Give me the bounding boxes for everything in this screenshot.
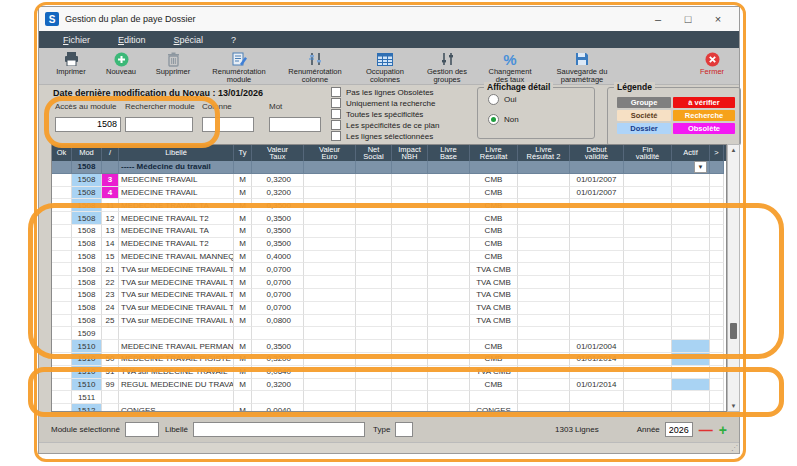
column-header-slash[interactable]: / [102,145,119,161]
radio-dot-icon[interactable] [488,114,499,125]
table-group-row[interactable]: 1508----- Médecine du travail▼ [52,161,726,174]
toolbar-button-label: Fermer [700,68,724,76]
column-header-ty[interactable]: Ty [234,145,252,161]
table-row[interactable]: 150822TVA sur MEDECINE TRAVAIL T2M0,0700… [52,276,726,289]
search-input-rechercher-module[interactable] [125,117,193,132]
toolbar-button-renumber-module[interactable]: Renumérotation module [201,50,277,84]
cell-lres2 [518,238,570,251]
cell-more [710,340,724,353]
column-header-nbh[interactable]: Impact NBH [392,145,428,161]
column-header-debut[interactable]: Début validité [570,145,624,161]
table-row[interactable]: 151051TVA sur MEDECINE TRAVAILM0,0640TVA… [52,366,726,379]
actif-dropdown-icon[interactable]: ▼ [694,161,707,173]
cell-net [356,187,392,200]
scroll-up-icon[interactable]: ▲ [728,145,739,155]
scroll-down-icon[interactable]: ▼ [728,401,739,411]
table-row[interactable]: 151099REGUL MEDECINE DU TRAVAILM0,3200CM… [52,379,726,392]
type-input[interactable] [395,422,413,437]
table-row[interactable]: 150825TVA sur MEDECINE TRAVAIL M.M0,0800… [52,315,726,328]
table-row[interactable]: 150821TVA sur MEDECINE TRAVAIL TAM0,0700… [52,263,726,276]
table-row[interactable]: 1511 [52,391,726,404]
year-increment-button[interactable]: + [719,423,727,437]
last-modified-date: Date dernière modification du Noyau : 13… [53,88,263,98]
column-header-fin[interactable]: Fin validité [624,145,672,161]
table-row[interactable]: 1512CONGESM0,0040CONGES [52,404,726,411]
table-row[interactable]: 150811MEDECINE TRAVAIL TAM0,3500CMB [52,199,726,212]
filter-checkbox-row[interactable]: Pas les lignes Obsolètes [331,87,434,97]
cell-mod: 1508 [72,315,102,328]
column-header-euro[interactable]: Valeur Euro [304,145,356,161]
column-header-lbase[interactable]: Livre Base [428,145,470,161]
filter-checkbox-row[interactable]: Les spécificités de ce plan [331,120,439,130]
table-row[interactable]: 150815MEDECINE TRAVAIL MANNEQUIM0,4000CM… [52,251,726,264]
table-row[interactable]: 150814MEDECINE TRAVAIL T2M0,3500CMB [52,238,726,251]
column-header-lres[interactable]: Livre Résultat [470,145,518,161]
radio-dot-icon[interactable] [488,94,499,105]
column-header-libelle[interactable]: Libellé [119,145,234,161]
toolbar-button-percent[interactable]: %Changement des taux [477,50,543,84]
checkbox-icon[interactable] [331,87,341,97]
cell-lbase [428,353,470,366]
column-header-net[interactable]: Net Social [356,145,392,161]
checkbox-icon[interactable] [331,98,341,108]
column-header-ok[interactable]: Ok [52,145,72,161]
column-header-more[interactable]: > [710,145,724,161]
checkbox-icon[interactable] [331,131,341,141]
search-field-label: Accès au module [55,102,121,111]
vertical-scrollbar[interactable]: ▲ ▼ [727,144,740,412]
checkbox-icon[interactable] [331,109,341,119]
table-row[interactable]: 150824TVA sur MEDECINE TRAVAIL TM0,0700T… [52,302,726,315]
menu-item-fichier[interactable]: Fichier [49,35,104,45]
radio-oui[interactable]: Oui [488,94,516,105]
column-header-lres2[interactable]: Livre Résultat 2 [518,145,570,161]
column-header-actif[interactable]: Actif [672,145,710,161]
toolbar-button-close[interactable]: Fermer [689,50,735,76]
year-label: Année [637,425,660,434]
filter-checkbox-row[interactable]: Uniquement la recherche [331,98,435,108]
search-input-colonne[interactable] [202,117,254,132]
cell-debut [570,391,624,404]
radio-non[interactable]: Non [488,114,519,125]
toolbar-button-columns-grid[interactable]: Occupation colonnes [353,50,417,84]
toolbar-button-new-plus[interactable]: Nouveau [97,50,145,76]
close-window-button[interactable]: × [703,8,733,30]
cell-fin [624,238,672,251]
table-row[interactable]: 15084MEDECINE TRAVAILM0,3200CMB01/01/200… [52,187,726,200]
table-row[interactable]: 15083MEDECINE TRAVAILM0,3200CMB01/01/200… [52,174,726,187]
table-row[interactable]: 151050MEDECINE TRAVAIL PIGISTEM0,3200CMB… [52,353,726,366]
toolbar-button-groups-sliders[interactable]: Gestion des groupes [417,50,477,84]
toolbar-button-save[interactable]: Sauvegarde du paramétrage [543,50,621,84]
table-row[interactable]: 150813MEDECINE TRAVAIL TAM0,3500CMB [52,225,726,238]
column-header-taux[interactable]: Valeur Taux [252,145,304,161]
table-row[interactable]: 1510MEDECINE TRAVAIL PERMANENTM0,3500CMB… [52,340,726,353]
toolbar-button-label: Sauvegarde du paramétrage [557,68,608,84]
minimize-button[interactable]: – [643,8,673,30]
toolbar-button-renumber-column[interactable]: Renumérotation colonne [277,50,353,84]
checkbox-icon[interactable] [331,120,341,130]
cell-ty: M [234,238,252,251]
cell-taux: 0,3500 [252,212,304,225]
toolbar-button-trash[interactable]: Supprimer [145,50,201,76]
filter-checkbox-row[interactable]: Toutes les spécificités [331,109,423,119]
table-row[interactable]: 150823TVA sur MEDECINE TRAVAIL TAM0,0700… [52,289,726,302]
table-row[interactable]: 1509 [52,327,726,340]
menu-item-edition[interactable]: Edition [104,35,160,45]
year-decrement-button[interactable]: — [699,423,713,437]
menu-item-spcial[interactable]: Spécial [160,35,218,45]
vertical-scrollbar-thumb[interactable] [730,323,737,339]
column-header-mod[interactable]: Mod [72,145,102,161]
resize-grip[interactable]: ⋰ [731,444,737,452]
footer-libelle-input[interactable] [193,422,365,437]
cell-fin [624,379,672,392]
search-input-mot[interactable] [269,117,321,132]
filter-checkbox-row[interactable]: Les lignes sélectionnées [331,131,433,141]
toolbar-button-printer[interactable]: Imprimer [45,50,97,76]
cell-more [710,391,724,404]
search-input-accès-au-module[interactable] [55,117,121,132]
year-input[interactable] [665,422,693,437]
cell-ty: M [234,315,252,328]
table-row[interactable]: 150812MEDECINE TRAVAIL T2M0,3500CMB [52,212,726,225]
maximize-button[interactable]: □ [673,8,703,30]
module-selected-input[interactable] [125,422,159,437]
menu-item-?[interactable]: ? [217,35,250,45]
